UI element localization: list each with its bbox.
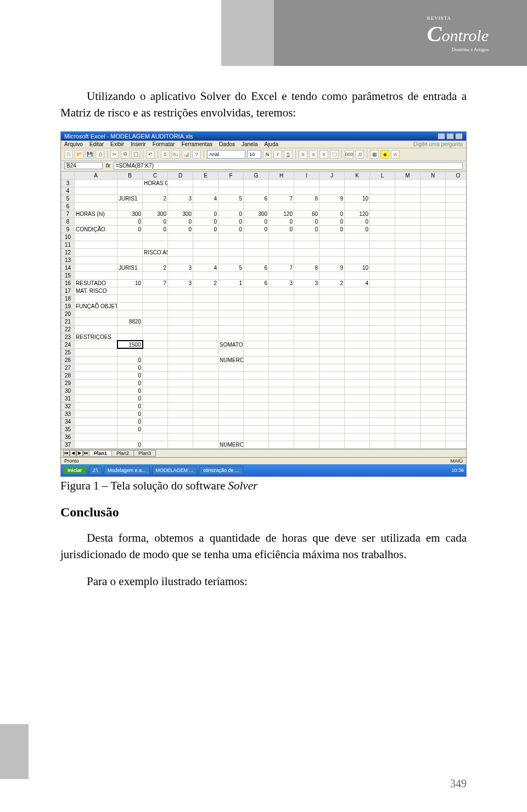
page-number: 349: [450, 777, 467, 790]
taskbar-item[interactable]: MODELAGEM ...: [152, 466, 198, 475]
close-icon[interactable]: [455, 133, 463, 140]
start-button[interactable]: Iniciar: [63, 466, 87, 474]
sort-icon[interactable]: A↓: [171, 150, 180, 159]
menu-formatar[interactable]: Formatar: [153, 141, 175, 147]
formula-bar: B24 fx =SOMA(B7:K7): [61, 161, 466, 171]
menu-ajuda[interactable]: Ajuda: [264, 141, 278, 147]
tab-nav-prev-icon[interactable]: ◀: [70, 450, 76, 457]
italic-icon[interactable]: I: [273, 150, 282, 159]
sheet-tab-plan1[interactable]: Plan1: [89, 450, 112, 457]
sheet-tab-plan2[interactable]: Plan2: [111, 450, 134, 457]
minimize-icon[interactable]: [438, 133, 445, 140]
status-right: MAIÚ: [451, 458, 463, 464]
fontsize-selector[interactable]: 10: [247, 150, 261, 159]
header-band: REVISTA Controle Doutrina e Artigos: [0, 0, 527, 66]
border-icon[interactable]: ▦: [370, 150, 379, 159]
menu-dados[interactable]: Dados: [219, 141, 235, 147]
page-notch: [0, 724, 29, 779]
name-box[interactable]: B24: [64, 162, 103, 169]
sum-icon[interactable]: Σ: [161, 150, 170, 159]
new-icon[interactable]: □: [64, 150, 73, 159]
formula-input[interactable]: =SOMA(B7:K7): [114, 162, 463, 170]
tab-nav-first-icon[interactable]: ⏮: [63, 450, 70, 457]
status-bar: Pronto MAIÚ: [61, 457, 466, 464]
merge-icon[interactable]: ⬚: [330, 150, 339, 159]
sheet-tab-plan3[interactable]: Plan3: [133, 450, 156, 457]
help-icon[interactable]: ?: [192, 150, 201, 159]
logo: REVISTA Controle Doutrina e Artigos: [427, 15, 489, 52]
excel-toolbar: □ 📂 💾 ⎙ ✂ ⧉ 📋 ↶ Σ A↓ 📊 ? Arial 10 N I S …: [61, 148, 466, 161]
figure-caption: Figura 1 – Tela solução do software Solv…: [60, 479, 467, 493]
bold-icon[interactable]: N: [263, 150, 272, 159]
font-selector[interactable]: Arial: [207, 150, 245, 159]
chart-icon[interactable]: 📊: [182, 150, 190, 159]
logo-rev: REVISTA: [427, 15, 489, 21]
taskbar-item[interactable]: J:\: [89, 466, 102, 475]
paste-icon[interactable]: 📋: [131, 150, 140, 159]
maximize-icon[interactable]: [446, 133, 454, 140]
copy-icon[interactable]: ⧉: [121, 150, 130, 159]
underline-icon[interactable]: S: [284, 150, 293, 159]
currency-icon[interactable]: 000: [345, 150, 354, 159]
heading-conclusao: Conclusão: [60, 505, 467, 520]
paragraph-conclusion-1: Desta forma, obtemos a quantidade de hor…: [60, 530, 467, 563]
align-center-icon[interactable]: ≡: [309, 150, 318, 159]
align-right-icon[interactable]: ≡: [319, 150, 328, 159]
menu-exibir[interactable]: Exibir: [110, 141, 124, 147]
paragraph-intro: Utilizando o aplicativo Solver do Excel …: [60, 88, 467, 121]
window-buttons: [438, 133, 463, 140]
menu-janela[interactable]: Janela: [242, 141, 257, 147]
paragraph-conclusion-2: Para o exemplo ilustrado teríamos:: [60, 573, 467, 589]
status-left: Pronto: [64, 458, 79, 464]
sheet-tabs: ⏮ ◀ ▶ ⏭ Plan1 Plan2 Plan3: [61, 449, 466, 457]
print-icon[interactable]: ⎙: [96, 150, 104, 159]
align-left-icon[interactable]: ≡: [299, 150, 307, 159]
logo-sub: Doutrina e Artigos: [427, 47, 489, 52]
open-icon[interactable]: 📂: [75, 150, 83, 159]
windows-taskbar: Iniciar J:\ Modelagem e a... MODELAGEM .…: [61, 464, 466, 476]
menu-ferramentas[interactable]: Ferramentas: [181, 141, 212, 147]
logo-main: Controle: [427, 21, 489, 47]
ask-box[interactable]: Digite uma pergunta: [413, 141, 463, 147]
inc-dec-icon[interactable]: ,0: [355, 150, 364, 159]
taskbar-item[interactable]: otimização de ...: [199, 466, 243, 475]
system-tray-time: 10:36: [451, 468, 464, 473]
excel-screenshot: Microsoft Excel - MODELAGEM AUDITORIA.xl…: [60, 131, 467, 477]
cut-icon[interactable]: ✂: [110, 150, 119, 159]
menu-inserir[interactable]: Inserir: [131, 141, 146, 147]
fontcolor-icon[interactable]: A: [391, 150, 400, 159]
fx-icon[interactable]: fx: [106, 163, 110, 169]
save-icon[interactable]: 💾: [85, 150, 94, 159]
menu-arquivo[interactable]: Arquivo: [64, 141, 83, 147]
excel-title: Microsoft Excel - MODELAGEM AUDITORIA.xl…: [64, 133, 193, 140]
menu-editar[interactable]: Editar: [89, 141, 104, 147]
excel-menubar: Arquivo Editar Exibir Inserir Formatar F…: [61, 141, 466, 148]
undo-icon[interactable]: ↶: [146, 150, 155, 159]
tab-nav-next-icon[interactable]: ▶: [76, 450, 83, 457]
fill-icon[interactable]: ◆: [380, 150, 389, 159]
taskbar-item[interactable]: Modelagem e a...: [104, 466, 150, 475]
excel-titlebar: Microsoft Excel - MODELAGEM AUDITORIA.xl…: [61, 132, 466, 141]
page-content: Utilizando o aplicativo Solver do Excel …: [60, 88, 467, 599]
spreadsheet-grid[interactable]: ABCDEFGHIJKLMNO3HORAS GASTAS EM AUDITORI…: [61, 171, 466, 449]
